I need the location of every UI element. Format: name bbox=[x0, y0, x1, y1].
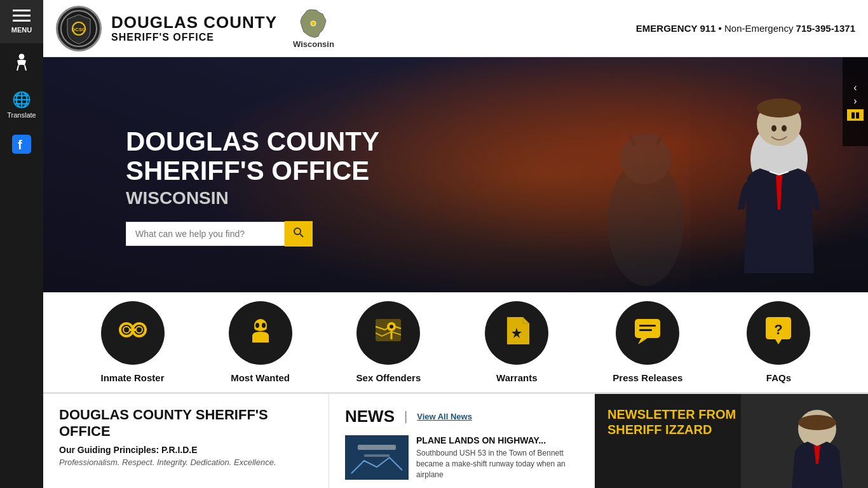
search-button[interactable] bbox=[285, 221, 313, 247]
most-wanted-svg bbox=[245, 314, 276, 346]
quick-link-sex-offenders[interactable]: Sex Offenders bbox=[356, 301, 421, 383]
most-wanted-circle bbox=[229, 301, 292, 365]
news-header: NEWS | View All News bbox=[345, 407, 579, 426]
news-content: PLANE LANDS ON HIGHWAY... Southbound USH… bbox=[416, 435, 579, 480]
speech-bubble-svg bbox=[632, 314, 663, 346]
emergency-info: EMERGENCY 911 • Non-Emergency 715-395-13… bbox=[636, 23, 855, 34]
agency-name-line1: DOUGLAS COUNTY bbox=[111, 13, 277, 32]
slideshow-controls: ‹ › ▮▮ bbox=[843, 57, 868, 146]
press-releases-label: Press Releases bbox=[613, 372, 682, 383]
quick-link-inmate-roster[interactable]: Inmate Roster bbox=[101, 301, 165, 383]
speech-bubble-icon bbox=[632, 314, 663, 352]
faq-svg: ? bbox=[763, 314, 794, 346]
agency-logo[interactable]: DCSO bbox=[56, 6, 102, 51]
svg-rect-33 bbox=[639, 329, 652, 331]
hero-content: DOUGLAS COUNTY SHERIFF'S OFFICE WISCONSI… bbox=[126, 127, 379, 247]
handcuffs-svg bbox=[117, 314, 149, 346]
svg-rect-27 bbox=[376, 319, 401, 341]
quick-link-faqs[interactable]: ? FAQs bbox=[747, 301, 810, 383]
quick-link-warrants[interactable]: Warrants bbox=[485, 301, 548, 383]
handcuffs-icon bbox=[117, 314, 149, 352]
search-input[interactable] bbox=[126, 222, 285, 246]
sex-offenders-circle bbox=[356, 301, 420, 365]
facebook-button[interactable]: f bbox=[9, 128, 34, 165]
news-title: NEWS bbox=[345, 407, 395, 426]
svg-point-20 bbox=[123, 327, 130, 333]
sidebar: MENU 🌐 Translate f bbox=[0, 0, 43, 488]
search-icon bbox=[294, 227, 304, 238]
svg-rect-36 bbox=[358, 445, 396, 450]
menu-bar-3 bbox=[13, 20, 31, 22]
newsletter-sheriff-photo bbox=[741, 394, 868, 488]
main-content: DOUGLAS COUNTY SHERIFF'S OFFICE Our Guid… bbox=[43, 394, 868, 488]
svg-point-16 bbox=[782, 125, 787, 132]
shield-logo-svg: DCSO bbox=[60, 10, 98, 48]
svg-text:?: ? bbox=[775, 322, 783, 337]
hero-title-line1: DOUGLAS COUNTY bbox=[126, 127, 379, 156]
faqs-circle: ? bbox=[747, 301, 810, 365]
guiding-principles-text: Professionalism. Respect. Integrity. Ded… bbox=[59, 458, 313, 467]
svg-rect-32 bbox=[639, 325, 656, 327]
facebook-icon: f bbox=[12, 135, 31, 158]
question-icon: ? bbox=[763, 314, 794, 352]
inmate-roster-circle bbox=[101, 301, 165, 365]
svg-point-9 bbox=[620, 133, 671, 184]
header-contact: EMERGENCY 911 • Non-Emergency 715-395-13… bbox=[636, 23, 855, 34]
agency-name-line2: SHERIFF'S OFFICE bbox=[111, 32, 277, 43]
hero-title: DOUGLAS COUNTY SHERIFF'S OFFICE bbox=[126, 127, 379, 186]
wi-map-svg bbox=[294, 8, 332, 39]
left-section: DOUGLAS COUNTY SHERIFF'S OFFICE Our Guid… bbox=[43, 394, 329, 488]
svg-rect-35 bbox=[345, 435, 409, 480]
translate-button[interactable]: 🌐 Translate bbox=[4, 85, 39, 125]
accessibility-button[interactable] bbox=[9, 46, 34, 78]
news-separator: | bbox=[404, 409, 407, 424]
svg-rect-37 bbox=[364, 454, 390, 457]
next-slide-button[interactable]: › bbox=[853, 96, 857, 106]
quick-links-section: Inmate Roster Most Wanted bbox=[43, 292, 868, 394]
newsletter-section: NEWSLETTER FROM SHERIFF IZZARD bbox=[595, 394, 868, 488]
view-all-news-link[interactable]: View All News bbox=[417, 412, 472, 421]
menu-bar-1 bbox=[13, 10, 31, 11]
news-headline[interactable]: PLANE LANDS ON HIGHWAY... bbox=[416, 435, 579, 445]
warrant-doc-icon bbox=[501, 314, 532, 352]
guiding-principles-header: Our Guiding Principles: P.R.I.D.E bbox=[59, 445, 313, 455]
menu-label: MENU bbox=[11, 26, 32, 34]
fb-svg: f bbox=[12, 135, 31, 154]
sex-offenders-label: Sex Offenders bbox=[356, 372, 421, 383]
prev-slide-button[interactable]: ‹ bbox=[853, 83, 857, 93]
svg-point-10 bbox=[294, 228, 301, 234]
menu-bar-2 bbox=[13, 15, 31, 17]
svg-point-21 bbox=[136, 327, 142, 333]
nonemergency-number: 715-395-1371 bbox=[796, 23, 855, 34]
news-thumbnail: Emergency Landing bbox=[345, 435, 409, 480]
news-item: Emergency Landing PLANE LANDS ON HIGHWAY… bbox=[345, 435, 579, 480]
wisconsin-map-container: Wisconsin bbox=[293, 8, 334, 49]
svg-text:DCSO: DCSO bbox=[71, 27, 86, 32]
pause-slide-button[interactable]: ▮▮ bbox=[847, 109, 864, 121]
accessibility-icon bbox=[12, 53, 31, 72]
globe-icon: 🌐 bbox=[12, 91, 31, 109]
svg-line-11 bbox=[300, 234, 303, 237]
most-wanted-icon bbox=[245, 314, 276, 352]
svg-rect-31 bbox=[635, 319, 660, 338]
svg-point-25 bbox=[255, 323, 259, 328]
header-left: DCSO DOUGLAS COUNTY SHERIFF'S OFFICE Wis… bbox=[56, 6, 334, 51]
svg-point-7 bbox=[311, 21, 316, 26]
header: DCSO DOUGLAS COUNTY SHERIFF'S OFFICE Wis… bbox=[43, 0, 868, 57]
news-excerpt: Southbound USH 53 in the Town of Bennett… bbox=[416, 448, 579, 480]
newsletter-sheriff-svg bbox=[741, 394, 868, 488]
org-title: DOUGLAS COUNTY SHERIFF'S OFFICE bbox=[59, 407, 313, 440]
inmate-roster-label: Inmate Roster bbox=[101, 372, 165, 383]
svg-point-26 bbox=[262, 323, 266, 328]
quick-link-most-wanted[interactable]: Most Wanted bbox=[229, 301, 292, 383]
quick-link-press-releases[interactable]: Press Releases bbox=[613, 301, 682, 383]
header-title: DOUGLAS COUNTY SHERIFF'S OFFICE bbox=[111, 13, 277, 43]
menu-button[interactable]: MENU bbox=[0, 0, 43, 43]
warrant-svg bbox=[501, 314, 532, 346]
bullet-separator: • bbox=[719, 23, 724, 34]
state-label: Wisconsin bbox=[293, 39, 334, 49]
wisconsin-map bbox=[294, 8, 332, 39]
most-wanted-label: Most Wanted bbox=[231, 372, 290, 383]
warrants-circle bbox=[485, 301, 548, 365]
emergency-number: 911 bbox=[700, 23, 715, 34]
